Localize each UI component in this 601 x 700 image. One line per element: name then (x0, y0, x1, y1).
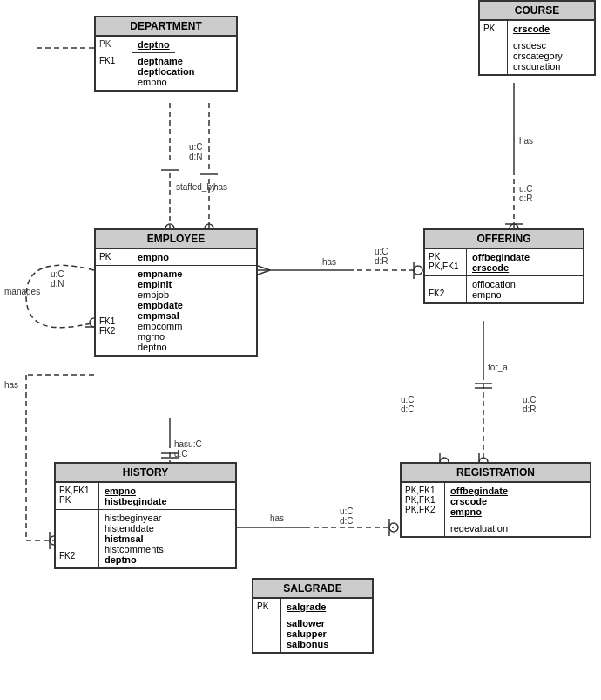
hist-pk-empno: empno (105, 486, 167, 496)
diagram-container: staffed_by has u:C d:N manages u:C d:N h… (0, 0, 601, 700)
has-dept-label: has (213, 182, 227, 192)
dept-field-deptlocation: deptlocation (138, 66, 194, 77)
hist-spacer4 (59, 541, 95, 551)
emp-spacer2 (99, 278, 128, 288)
registration-entity: REGISTRATION PK,FK1 PK,FK1 PK,FK2 offbeg… (400, 462, 591, 538)
course-title: COURSE (480, 2, 594, 21)
reg-pkfk1-label: PK,FK1 (405, 486, 441, 495)
emp-field-empname: empname (138, 268, 183, 279)
hist-field-histbegyear: histbeginyear (105, 513, 164, 523)
off-pkfk1-label: PK,FK1 (429, 262, 463, 271)
history-title: HISTORY (56, 464, 235, 483)
employee-pk-field: empno (132, 249, 174, 265)
salgrade-field-salbonus: salbonus (287, 639, 328, 649)
emp-field-empjob: empjob (138, 289, 183, 300)
emp-field-empbdate: empbdate (138, 300, 183, 310)
reg-pk-offbegindate: offbegindate (450, 486, 508, 496)
dept-field-deptname: deptname (138, 56, 194, 66)
department-pk-label: PK (96, 37, 132, 53)
uc-course-off: u:C (519, 184, 533, 194)
reg-pkfk12-label: PK,FK1 (405, 495, 441, 505)
reg-pkfk2-label: PK,FK2 (405, 505, 441, 514)
course-pk-field: crscode (508, 21, 555, 37)
uc-dn-dept: u:C (189, 142, 203, 152)
has-course-off: has (519, 136, 533, 146)
off-pk-label: PK (429, 252, 463, 262)
dr2-off-reg: d:R (523, 404, 537, 414)
uc-emp-off: u:C (375, 247, 388, 256)
hist-field-histcomments: histcomments (105, 544, 164, 554)
hist-field-histenddate: histenddate (105, 523, 164, 533)
has-emp-offering-label: has (322, 257, 336, 267)
dc-emp-hist: d:C (174, 449, 188, 459)
uc-off-reg: u:C (401, 395, 415, 404)
hist-pk-histbegindate: histbegindate (105, 496, 167, 506)
hist-spacer3 (59, 532, 95, 541)
reg-pk-crscode: crscode (450, 496, 508, 506)
emp-fk1-label: FK1 (99, 316, 128, 326)
off-field-offlocation: offlocation (472, 279, 516, 289)
staffed-by-label: staffed_by (176, 182, 216, 192)
hist-pkfk1-label: PK,FK1 (59, 486, 95, 495)
reg-field-regevaluation: regevaluation (450, 523, 508, 533)
off-pk-crscode: crscode (472, 262, 530, 273)
emp-field-deptno: deptno (138, 342, 183, 352)
manages-label: manages (4, 287, 40, 296)
emp-spacer5 (99, 307, 128, 316)
hist-spacer2 (59, 522, 95, 532)
emp-spacer4 (99, 297, 128, 307)
employee-title: EMPLOYEE (96, 230, 256, 249)
salgrade-entity: SALGRADE PK salgrade sallower salupper s… (252, 578, 374, 654)
emp-field-empmsal: empmsal (138, 310, 183, 321)
course-entity: COURSE PK crscode crsdesc crscategory cr… (478, 0, 596, 76)
hasu-label: hasu:C (174, 439, 202, 449)
course-field-crsduration: crsduration (513, 61, 563, 71)
has-hist-reg-label: has (270, 513, 284, 523)
emp-spacer3 (99, 288, 128, 297)
svg-line-19 (258, 266, 270, 270)
svg-line-20 (258, 270, 270, 275)
registration-title: REGISTRATION (402, 464, 590, 483)
hist-spacer1 (59, 513, 95, 522)
employee-pk-label: PK (96, 249, 132, 265)
dn-left: d:N (51, 279, 64, 289)
course-pk-label: PK (480, 21, 508, 37)
department-entity: DEPARTMENT PK deptno FK1 deptname deptlo… (94, 16, 238, 92)
hist-field-histmsal: histmsal (105, 533, 164, 544)
emp-spacer1 (99, 268, 128, 278)
hist-pk-label: PK (59, 495, 95, 505)
off-pk-offbegindate: offbegindate (472, 252, 530, 262)
dr-course-off: d:R (519, 194, 533, 203)
svg-point-17 (414, 266, 422, 275)
for-a-label: for_a (488, 363, 508, 372)
employee-entity: EMPLOYEE PK empno FK1 FK2 empname empini… (94, 228, 258, 357)
department-pk-field: deptno (132, 37, 175, 53)
hist-fk2-label: FK2 (59, 551, 95, 561)
emp-field-empcomm: empcomm (138, 321, 183, 331)
dn-dept: d:N (189, 152, 203, 161)
history-entity: HISTORY PK,FK1 PK empno histbegindate FK… (54, 462, 237, 569)
has-left-label: has (4, 380, 18, 390)
salgrade-title: SALGRADE (253, 580, 372, 599)
uc2-off-reg: u:C (523, 395, 537, 404)
course-field-crsdesc: crsdesc (513, 40, 563, 51)
emp-field-mgrno: mgrno (138, 331, 183, 342)
salgrade-pk-label: PK (253, 599, 281, 615)
reg-pk-empno: empno (450, 506, 508, 517)
uc-hist: u:C (340, 506, 354, 516)
dc-off-reg: d:C (401, 404, 415, 414)
offering-title: OFFERING (425, 230, 583, 249)
dept-field-empno: empno (138, 77, 194, 87)
dept-fk1-label2: FK1 (99, 56, 128, 65)
hist-field-deptno: deptno (105, 554, 164, 565)
salgrade-field-sallower: sallower (287, 618, 328, 629)
off-fk2-label: FK2 (429, 289, 463, 298)
dr-emp-off: d:R (375, 256, 388, 266)
salgrade-pk-field: salgrade (281, 599, 331, 615)
department-title: DEPARTMENT (96, 17, 236, 37)
off-spacer (429, 279, 463, 289)
emp-field-empinit: empinit (138, 279, 183, 289)
course-field-crscategory: crscategory (513, 51, 563, 61)
offering-entity: OFFERING PK PK,FK1 offbegindate crscode … (423, 228, 584, 304)
dc-hist: d:C (340, 516, 354, 526)
